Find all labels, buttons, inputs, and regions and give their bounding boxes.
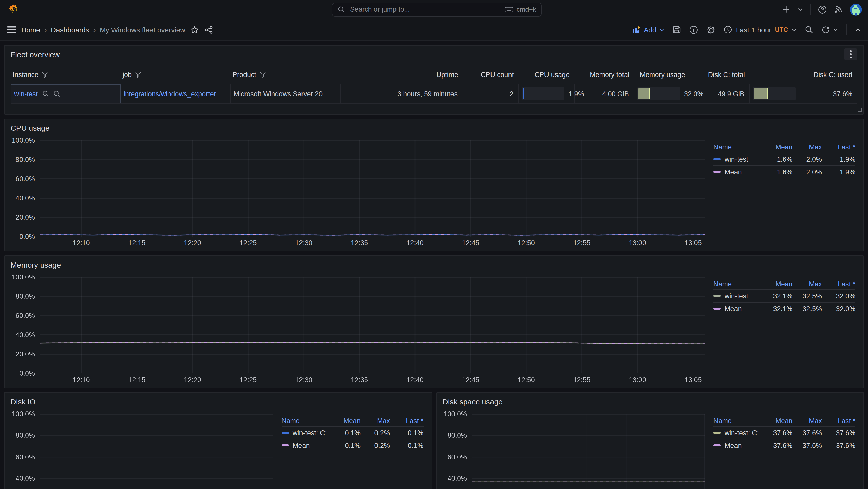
disk-space-legend: Name Mean Max Last * win-test: C: 37.6% … (705, 408, 857, 489)
save-dashboard-icon[interactable] (673, 25, 681, 34)
legend-header-mean[interactable]: Mean (760, 143, 793, 151)
series-name[interactable]: win-test: C: (724, 429, 759, 436)
series-name[interactable]: Mean (724, 305, 742, 312)
legend-header-mean[interactable]: Mean (328, 417, 361, 424)
menu-hamburger-icon[interactable] (7, 26, 16, 33)
column-header-disk-used[interactable]: Disk C: used (750, 69, 857, 84)
disk-io-chart-plot[interactable] (40, 414, 273, 489)
series-swatch (281, 445, 288, 447)
column-header-disk-total[interactable]: Disk C: total (690, 69, 750, 84)
panel-title: Fleet overview (11, 50, 60, 59)
memory-usage-gauge (638, 87, 680, 100)
legend-header-max[interactable]: Max (361, 417, 390, 424)
global-search[interactable]: cmd+k (332, 2, 542, 17)
dashboard-insights-icon[interactable] (689, 25, 698, 34)
share-icon[interactable] (205, 26, 213, 34)
job-link[interactable]: integrations/windows_exporter (124, 90, 216, 97)
divider (810, 4, 811, 15)
legend-header-last[interactable]: Last * (822, 143, 855, 151)
column-header-instance[interactable]: Instance (11, 69, 121, 84)
fleet-table: Instance job Product (11, 69, 857, 104)
new-item-chevron-down-icon[interactable] (798, 7, 803, 12)
zoom-out-icon[interactable] (53, 90, 60, 97)
panel-cpu-usage: CPU usage 100.0% 80.0% 60.0% 40.0% 20.0%… (4, 119, 864, 251)
zoom-in-icon[interactable] (42, 90, 49, 97)
column-header-memory-total[interactable]: Memory total (575, 69, 634, 84)
legend-header-mean[interactable]: Mean (760, 280, 793, 287)
column-header-product[interactable]: Product (230, 69, 341, 84)
legend-header-name[interactable]: Name (713, 280, 760, 287)
series-name[interactable]: Mean (724, 441, 742, 449)
legend-row: Mean 0.1% 0.2% 0.1% (281, 439, 423, 452)
add-chevron-down-icon (659, 27, 664, 32)
help-icon[interactable] (818, 5, 827, 14)
panel-title: Disk IO (11, 397, 35, 406)
zoom-out-time-icon[interactable] (805, 25, 813, 34)
cpu-y-axis: 100.0% 80.0% 60.0% 40.0% 20.0% 0.0% (11, 134, 40, 248)
column-header-memory-usage[interactable]: Memory usage (634, 69, 690, 84)
legend-header-max[interactable]: Max (793, 280, 822, 287)
legend-header-last[interactable]: Last * (390, 417, 423, 424)
breadcrumb-dashboards[interactable]: Dashboards (51, 26, 89, 34)
user-avatar[interactable] (850, 3, 862, 16)
news-rss-icon[interactable] (834, 5, 843, 14)
filter-icon[interactable] (135, 71, 142, 78)
legend-header-max[interactable]: Max (793, 417, 822, 424)
filter-icon[interactable] (259, 71, 266, 78)
keyboard-icon (505, 6, 514, 12)
memory-x-axis: 12:10 12:15 12:20 12:25 12:30 12:35 12:4… (40, 373, 705, 385)
refresh-icon[interactable] (822, 25, 830, 34)
disk-used-gauge-cell: 37.6% (750, 84, 857, 103)
memory-chart-plot[interactable] (40, 277, 705, 373)
favorite-star-icon[interactable] (190, 26, 198, 34)
legend-row: Mean 37.6% 37.6% 37.6% (713, 439, 855, 452)
disk-total-cell: 49.9 GiB (690, 84, 750, 103)
legend-row: win-test: C: 37.6% 37.6% 37.6% (713, 426, 855, 439)
panel-resize-handle[interactable] (858, 109, 862, 113)
disk-space-y-axis: 100.0% 80.0% 60.0% 40.0% 20.0% (443, 408, 472, 489)
disk-space-chart-plot[interactable] (472, 414, 705, 489)
filter-icon[interactable] (41, 71, 48, 78)
instance-cell[interactable]: win-test (11, 84, 121, 103)
column-header-cpu-usage[interactable]: CPU usage (519, 69, 575, 84)
search-shortcut: cmd+k (505, 6, 536, 13)
legend-header-name[interactable]: Name (713, 417, 760, 424)
series-swatch (281, 432, 288, 434)
refresh-interval-chevron-icon[interactable] (833, 27, 838, 32)
time-chevron-down-icon (792, 27, 797, 32)
legend-header-last[interactable]: Last * (822, 280, 855, 287)
time-range-picker[interactable]: Last 1 hour UTC (723, 25, 797, 34)
add-panel-button[interactable]: Add (632, 26, 664, 34)
column-header-uptime[interactable]: Uptime (341, 69, 463, 84)
column-header-job[interactable]: job (121, 69, 230, 84)
cpu-chart-plot[interactable] (40, 141, 705, 237)
grafana-logo-icon[interactable] (7, 3, 19, 16)
column-header-cpu-count[interactable]: CPU count (463, 69, 519, 84)
disk-used-value: 37.6% (800, 90, 852, 97)
series-name[interactable]: win-test: C: (292, 429, 327, 436)
legend-header-mean[interactable]: Mean (760, 417, 793, 424)
series-swatch (713, 445, 720, 447)
timezone-badge: UTC (775, 26, 788, 33)
series-name[interactable]: Mean (724, 168, 742, 176)
legend-header-last[interactable]: Last * (822, 417, 855, 424)
disk-io-legend: Name Mean Max Last * win-test: C: 0.1% 0… (273, 408, 425, 489)
series-name[interactable]: win-test (724, 292, 748, 300)
legend-header-name[interactable]: Name (713, 143, 760, 151)
series-name[interactable]: win-test (724, 155, 748, 163)
series-name[interactable]: Mean (292, 441, 310, 449)
instance-link[interactable]: win-test (14, 90, 38, 97)
panel-menu-kebab-icon[interactable] (844, 48, 857, 60)
search-input[interactable] (349, 5, 501, 14)
collapse-toolbar-caret-icon[interactable] (855, 27, 861, 33)
legend-header-max[interactable]: Max (793, 143, 822, 151)
dashboard-settings-gear-icon[interactable] (706, 25, 715, 34)
breadcrumb-home[interactable]: Home (21, 26, 40, 34)
legend-header-name[interactable]: Name (281, 417, 328, 424)
uptime-cell: 3 hours, 59 minutes (341, 84, 463, 103)
new-item-button[interactable] (782, 5, 790, 14)
dashboard-toolbar: Home › Dashboards › My Windows fleet ove… (0, 19, 868, 40)
job-cell[interactable]: integrations/windows_exporter (121, 84, 230, 103)
panel-disk-space-usage: Disk space usage 100.0% 80.0% 60.0% 40.0… (436, 392, 864, 489)
memory-legend: Name Mean Max Last * win-test 32.1% 32.5… (705, 271, 857, 385)
